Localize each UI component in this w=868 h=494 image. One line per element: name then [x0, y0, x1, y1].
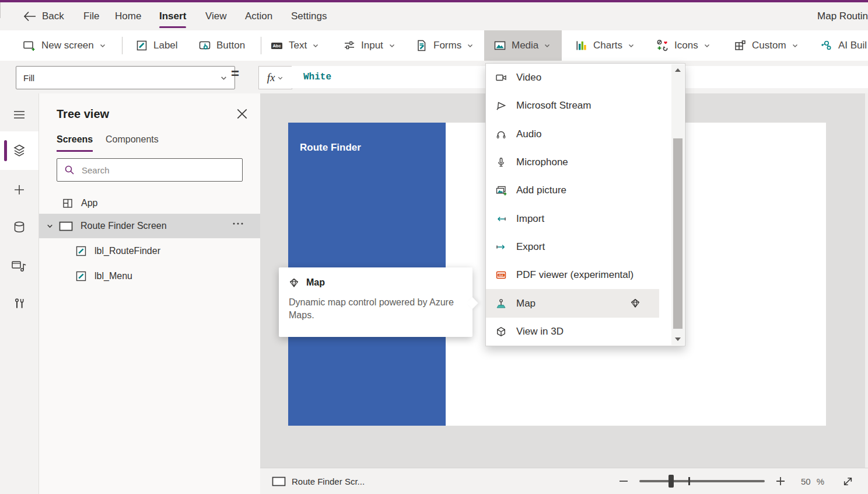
- menu-item-export[interactable]: Export: [486, 233, 659, 261]
- label-icon: [135, 39, 148, 52]
- plus-icon: [11, 182, 27, 198]
- zoom-slider[interactable]: [639, 475, 765, 488]
- audio-icon: [495, 128, 507, 140]
- tab-screens[interactable]: Screens: [57, 134, 93, 152]
- pdf-icon: PDF: [495, 269, 507, 281]
- charts-icon: [575, 39, 588, 52]
- new-screen-icon: [22, 39, 36, 52]
- scroll-down-arrow[interactable]: [674, 336, 681, 342]
- forms-icon: [415, 39, 428, 52]
- media-button[interactable]: Media: [484, 30, 562, 61]
- menu-item-pdf-viewer[interactable]: PDF PDF viewer (experimental): [486, 261, 659, 289]
- svg-text:Abc: Abc: [272, 43, 281, 48]
- menu-insert[interactable]: Insert: [159, 2, 186, 30]
- rail-media-button[interactable]: [0, 249, 38, 282]
- tree-item-lbl-menu[interactable]: lbl_Menu: [39, 264, 260, 288]
- close-icon: [237, 109, 247, 119]
- menu-item-audio[interactable]: Audio: [486, 120, 659, 148]
- menu-view[interactable]: View: [205, 2, 227, 30]
- menu-item-video[interactable]: Video: [486, 64, 659, 92]
- menu-home[interactable]: Home: [115, 2, 141, 30]
- menu-action[interactable]: Action: [245, 2, 272, 30]
- scroll-up-arrow[interactable]: [674, 67, 681, 73]
- menu-file[interactable]: File: [83, 2, 99, 30]
- panel-title: Tree view: [57, 107, 109, 121]
- back-arrow-icon: [23, 11, 36, 22]
- screen-selector[interactable]: Route Finder Scr...: [272, 476, 365, 486]
- tree-item-route-finder-screen[interactable]: Route Finder Screen: [39, 214, 260, 238]
- chevron-down-icon: [388, 42, 396, 49]
- icons-icon: [656, 39, 669, 52]
- item-options-button[interactable]: [232, 222, 244, 225]
- forms-button[interactable]: Forms: [411, 30, 478, 61]
- toolbar-divider: [261, 37, 261, 54]
- charts-button[interactable]: Charts: [570, 30, 639, 61]
- menu-item-microphone[interactable]: Microphone: [486, 148, 659, 176]
- rail-advanced-tools-button[interactable]: [0, 287, 38, 320]
- ai-builder-button[interactable]: AI Buil: [816, 30, 868, 61]
- video-icon: [495, 72, 507, 84]
- premium-diamond-icon: [630, 298, 640, 308]
- rail-data-button[interactable]: [0, 211, 38, 244]
- tooltip-body: Dynamic map control powered by Azure Map…: [289, 296, 464, 322]
- custom-button[interactable]: Custom: [729, 30, 803, 61]
- add-picture-icon: [495, 185, 507, 196]
- chevron-down-icon: [467, 42, 474, 49]
- canvas-scrollbar[interactable]: [865, 93, 868, 468]
- tooltip-title: Map: [306, 277, 325, 288]
- chevron-down-icon: [277, 75, 284, 81]
- rail-hamburger-button[interactable]: [0, 98, 38, 131]
- back-label: Back: [42, 11, 64, 22]
- back-button[interactable]: Back: [23, 2, 64, 30]
- menu-settings[interactable]: Settings: [291, 2, 327, 30]
- svg-text:PDF: PDF: [499, 274, 504, 277]
- input-icon: [343, 39, 356, 52]
- rail-tree-view-button[interactable]: [0, 131, 38, 170]
- tab-components[interactable]: Components: [106, 134, 159, 150]
- menubar-divider: [0, 2, 1, 18]
- search-input[interactable]: [80, 165, 235, 176]
- stream-icon: [495, 100, 507, 112]
- zoom-slider-track: [639, 480, 765, 482]
- menu-item-add-picture[interactable]: Add picture: [486, 176, 659, 204]
- menu-item-microsoft-stream[interactable]: Microsoft Stream: [486, 92, 659, 120]
- menu-item-import[interactable]: Import: [486, 204, 659, 232]
- plus-icon: [775, 476, 786, 486]
- minus-icon: [618, 476, 629, 486]
- media-dropdown-menu: Video Microsoft Stream Audio Microphone …: [485, 63, 685, 346]
- ellipsis-icon: [232, 222, 244, 225]
- zoom-in-button[interactable]: [775, 476, 786, 486]
- label-control-icon: [75, 245, 87, 257]
- label-button[interactable]: Label: [131, 30, 183, 61]
- menu-item-view-in-3d[interactable]: View in 3D: [486, 318, 659, 346]
- menu-scrollbar[interactable]: [671, 64, 684, 345]
- property-selector[interactable]: Fill: [16, 66, 235, 89]
- rail-insert-button[interactable]: [0, 173, 38, 206]
- chevron-down-icon: [99, 42, 106, 49]
- menu-item-map[interactable]: Map: [486, 289, 659, 317]
- tree-item-app[interactable]: App: [39, 193, 260, 214]
- close-panel-button[interactable]: [237, 109, 247, 119]
- button-button[interactable]: Button: [194, 30, 250, 61]
- custom-icon: [734, 39, 747, 52]
- input-button[interactable]: Input: [338, 30, 400, 61]
- chevron-down-icon: [220, 74, 228, 82]
- new-screen-button[interactable]: New screen: [18, 30, 111, 61]
- chevron-down-icon: [544, 42, 551, 49]
- screen-icon: [272, 476, 286, 486]
- icons-button[interactable]: Icons: [652, 30, 715, 61]
- chevron-down-icon: [312, 42, 319, 49]
- fullscreen-button[interactable]: [842, 475, 854, 488]
- zoom-out-button[interactable]: [618, 476, 629, 486]
- media-icon: [494, 39, 506, 52]
- zoom-percentage: 50%: [801, 476, 824, 486]
- menu-scrollbar-thumb[interactable]: [673, 138, 682, 329]
- toolbar-divider: [122, 37, 123, 54]
- label-control-icon: [75, 270, 87, 282]
- tree-item-lbl-routefinder[interactable]: lbl_RouteFinder: [39, 239, 260, 263]
- fx-selector[interactable]: fx: [258, 66, 292, 89]
- text-button[interactable]: Abc Text: [265, 30, 324, 61]
- export-icon: [495, 241, 507, 253]
- zoom-slider-thumb[interactable]: [668, 475, 674, 488]
- search-box[interactable]: [57, 158, 243, 182]
